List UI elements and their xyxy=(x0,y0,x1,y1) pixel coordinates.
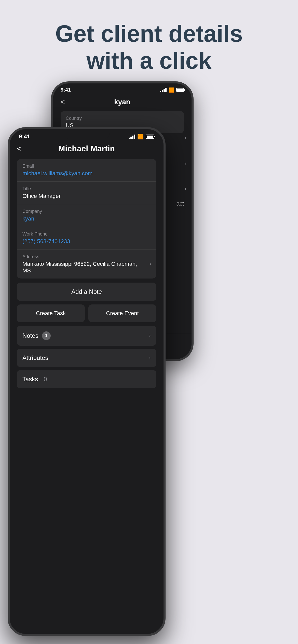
address-chevron-icon: › xyxy=(150,261,151,267)
fg-back-button[interactable]: < xyxy=(17,144,22,153)
hero-line2: with a click xyxy=(87,48,212,74)
fg-phone-time: 9:41 xyxy=(19,133,30,140)
fg-phone-title: Michael Martin xyxy=(58,144,115,153)
tasks-count: 0 xyxy=(44,376,47,383)
tasks-item-left: Tasks 0 xyxy=(22,376,47,383)
foreground-phone: 9:41 📶 < Michael Martin Email mi xyxy=(8,127,166,636)
fg-phone-content: < Michael Martin Email michael.williams@… xyxy=(10,140,164,388)
address-field-row[interactable]: Address Mankato Mississippi 96522, Cecil… xyxy=(17,250,156,279)
bg-chevron-2: › xyxy=(184,160,186,167)
create-event-button[interactable]: Create Event xyxy=(88,304,156,322)
bg-chevron-1: › xyxy=(184,134,186,141)
title-value: Office Manager xyxy=(22,193,151,199)
attributes-item-left: Attributes xyxy=(22,354,48,361)
fg-status-icons: 📶 xyxy=(129,134,154,140)
phone-label: Work Phone xyxy=(22,231,151,237)
bg-phone-time: 9:41 xyxy=(61,87,71,93)
hero-title: Get client details with a click xyxy=(0,20,298,74)
fg-battery-icon xyxy=(146,135,154,139)
bg-phone-title: kyan xyxy=(114,98,130,106)
phone-field-row: Work Phone (257) 563-7401233 xyxy=(17,227,156,250)
phone-value[interactable]: (257) 563-7401233 xyxy=(22,238,151,245)
tasks-label: Tasks xyxy=(22,376,38,383)
hero-line1: Get client details xyxy=(55,21,243,47)
fg-wifi-icon: 📶 xyxy=(137,134,144,140)
fg-phone-header: < Michael Martin xyxy=(17,144,156,153)
bg-country-label: Country xyxy=(66,116,179,121)
address-value: Mankato Mississippi 96522, Cecilia Chapm… xyxy=(22,261,144,274)
notes-list-item[interactable]: Notes 1 › xyxy=(17,326,156,346)
bg-phone-header: < kyan xyxy=(61,98,184,106)
fg-phone-notch xyxy=(64,129,110,139)
company-label: Company xyxy=(22,209,151,214)
battery-icon xyxy=(176,88,184,92)
contact-info-card: Email michael.williams@kyan.com Title Of… xyxy=(17,159,156,279)
company-field-row: Company kyan xyxy=(17,204,156,227)
email-field-row: Email michael.williams@kyan.com xyxy=(17,159,156,182)
wifi-icon: 📶 xyxy=(169,87,174,93)
attributes-chevron-icon: › xyxy=(149,355,151,361)
title-label: Title xyxy=(22,186,151,192)
tasks-list-item[interactable]: Tasks 0 xyxy=(17,370,156,388)
address-label: Address xyxy=(22,254,144,259)
attributes-label: Attributes xyxy=(22,354,48,361)
notes-item-left: Notes 1 xyxy=(22,331,51,340)
attributes-list-item[interactable]: Attributes › xyxy=(17,349,156,367)
email-value[interactable]: michael.williams@kyan.com xyxy=(22,170,151,177)
fg-signal-icon xyxy=(129,135,135,139)
signal-icon xyxy=(160,88,167,92)
hero-section: Get client details with a click xyxy=(0,0,298,74)
company-value[interactable]: kyan xyxy=(22,215,151,222)
email-label: Email xyxy=(22,164,151,169)
bg-chevron-3: › xyxy=(184,185,186,192)
action-buttons-row: Create Task Create Event xyxy=(17,304,156,322)
bg-back-button[interactable]: < xyxy=(61,98,65,106)
notes-chevron-icon: › xyxy=(149,332,151,339)
title-field-row: Title Office Manager xyxy=(17,182,156,204)
bg-phone-notch xyxy=(102,83,143,92)
create-task-button[interactable]: Create Task xyxy=(17,304,85,322)
notes-label: Notes xyxy=(22,332,38,339)
notes-badge: 1 xyxy=(42,331,51,340)
add-note-button[interactable]: Add a Note xyxy=(17,283,156,301)
bg-status-icons: 📶 xyxy=(160,87,184,93)
bg-contact-partial: act xyxy=(177,200,184,207)
